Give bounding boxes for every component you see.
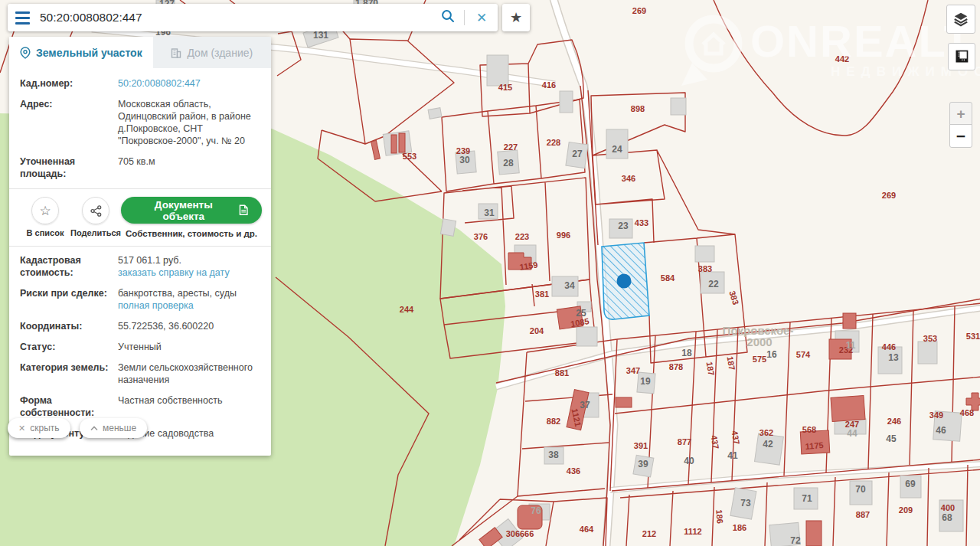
map-parcel-label: 362 xyxy=(760,428,773,437)
info-row: Адрес:Московская область, Одинцовский ра… xyxy=(20,98,262,147)
map-parcel-label: 568 xyxy=(802,425,816,434)
tab-land-parcel-label: Земельный участок xyxy=(36,47,142,59)
field-label: Категория земель: xyxy=(20,361,118,374)
clear-search-icon[interactable]: ✕ xyxy=(470,10,498,26)
field-label: Риски при сделке: xyxy=(20,287,118,299)
info-fields-bottom: Кадастровая стоимость:517 061.1 руб.зака… xyxy=(20,254,262,440)
field-value: 55.722536, 36.600220 xyxy=(118,320,262,332)
map-parcel-label: 45 xyxy=(886,433,897,444)
map-parcel-label: 376 xyxy=(474,232,488,241)
field-value: банкротства, аресты, судыполная проверка xyxy=(118,287,262,312)
zoom-in-button[interactable]: + xyxy=(949,102,972,126)
map-parcel-label: 553 xyxy=(403,152,416,161)
map-parcel-label: 27 xyxy=(572,149,583,159)
map-parcel-label: 24 xyxy=(612,144,622,155)
map-parcel-label: 349 xyxy=(929,410,943,420)
map-parcel-label: 37 xyxy=(580,400,590,410)
map-parcel-label: 416 xyxy=(542,80,556,90)
divider xyxy=(9,188,271,189)
star-outline-icon: ☆ xyxy=(39,203,51,219)
map-parcel-label: 13 xyxy=(888,352,899,363)
map-parcel-label: 575 xyxy=(753,355,766,364)
tab-building[interactable]: Дом (здание) xyxy=(153,37,271,68)
map-parcel-label: 31 xyxy=(484,208,495,218)
info-row: Форма собственности:Частная собственност… xyxy=(20,394,262,419)
map-parcel-label: 30 xyxy=(459,155,470,165)
info-row: Категория земель:Земли сельскохозяйствен… xyxy=(20,361,262,386)
menu-icon[interactable] xyxy=(8,4,37,31)
map-parcel-label: 209 xyxy=(899,505,913,515)
field-text: 55.722536, 36.600220 xyxy=(118,320,262,332)
map-parcel-label: 71 xyxy=(802,493,812,504)
map-parcel-label: 34 xyxy=(564,280,575,291)
field-link[interactable]: полная проверка xyxy=(118,299,262,312)
field-label: Статус: xyxy=(20,341,118,353)
map-parcel-label: 186 xyxy=(733,523,746,532)
map-application: { "search": { "query": "50:20:0080802:44… xyxy=(0,0,980,546)
field-link[interactable]: 50:20:0080802:447 xyxy=(118,77,262,90)
document-icon xyxy=(239,204,248,216)
field-label: Кад.номер: xyxy=(20,77,118,90)
zoom-out-button[interactable]: − xyxy=(949,124,972,148)
map-parcel-label: 531 xyxy=(966,332,980,341)
map-parcel-label: 881 xyxy=(555,368,569,378)
map-parcel-label: 40 xyxy=(684,456,694,466)
field-value: Земли сельскохозяйственного назначения xyxy=(118,361,262,386)
map-parcel-label: 39 xyxy=(638,459,648,469)
search-icon[interactable] xyxy=(437,9,459,26)
object-documents-button[interactable]: Документы объекта xyxy=(121,197,262,224)
add-to-list-button[interactable]: ☆ В список xyxy=(20,197,70,237)
map-parcel-label: 2000 xyxy=(746,335,772,348)
info-row: Риски при сделке:банкротства, аресты, су… xyxy=(20,287,262,312)
map-parcel-label: 574 xyxy=(796,350,811,359)
documents-block: Документы объекта Собственник, стоимость… xyxy=(121,197,262,238)
tab-land-parcel[interactable]: Земельный участок xyxy=(9,37,153,68)
map-parcel-label: 464 xyxy=(580,525,594,534)
map-parcel-label: 22 xyxy=(708,279,719,289)
map-parcel-label: 269 xyxy=(882,191,896,200)
documents-caption: Собственник, стоимость и др. xyxy=(121,229,262,238)
selected-parcel-marker xyxy=(617,274,632,289)
map-parcel-label: 42 xyxy=(763,439,773,450)
field-text: 705 кв.м xyxy=(118,155,262,168)
favorite-button[interactable]: ★ xyxy=(502,4,530,31)
map-parcel-label: 353 xyxy=(923,334,937,343)
measure-button[interactable] xyxy=(948,43,975,70)
map-parcel-label: 18 xyxy=(681,348,692,358)
map-parcel-label: 16 xyxy=(766,349,777,360)
field-link[interactable]: заказать справку на дату xyxy=(118,266,262,279)
share-button[interactable]: Поделиться xyxy=(70,197,121,237)
field-label: Кадастровая стоимость: xyxy=(20,254,118,279)
map-parcel-label: 347 xyxy=(626,366,640,375)
map-parcel-label: 46 xyxy=(936,425,946,436)
map-parcel-label: 468 xyxy=(960,408,974,417)
map-parcel-label: 306666 xyxy=(506,529,534,538)
field-text: 517 061.1 руб. xyxy=(118,254,262,266)
info-row: Кад.номер:50:20:0080802:447 xyxy=(20,77,262,90)
layers-button[interactable] xyxy=(946,5,975,34)
collapse-panel-chip[interactable]: меньше xyxy=(80,418,147,438)
map-parcel-label: 269 xyxy=(632,6,646,15)
map-parcel-label: 69 xyxy=(905,479,916,489)
map-parcel-label: 227 xyxy=(504,142,518,152)
map-parcel-label: 204 xyxy=(530,326,544,335)
field-value: 50:20:0080802:447 xyxy=(118,77,262,90)
field-value: Учтенный xyxy=(118,341,262,353)
map-parcel-label: 898 xyxy=(631,104,645,113)
hide-panel-chip[interactable]: ✕ скрыть xyxy=(8,418,70,438)
selected-parcel[interactable] xyxy=(602,243,649,319)
map-parcel-label: 346 xyxy=(622,174,635,183)
info-row: Уточненная площадь:705 кв.м xyxy=(20,155,262,180)
map-parcel-label: 415 xyxy=(498,83,512,92)
search-input[interactable] xyxy=(37,11,437,25)
divider xyxy=(9,246,271,247)
map-parcel-label: 25 xyxy=(576,308,586,319)
map-parcel-label: 887 xyxy=(856,510,870,519)
map-parcel-label: 878 xyxy=(669,362,683,371)
field-label: Адрес: xyxy=(20,98,118,110)
share-label: Поделиться xyxy=(70,228,121,237)
map-parcel-label: 383 xyxy=(698,264,712,273)
actions-row: ☆ В список Поделиться Документы xyxy=(20,197,262,238)
field-text: Московская область, Одинцовский район, в… xyxy=(118,98,262,147)
chevron-up-icon xyxy=(90,426,98,431)
